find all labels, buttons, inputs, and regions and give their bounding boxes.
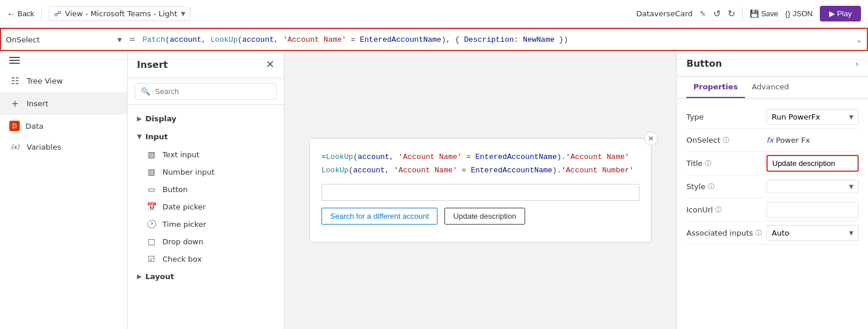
top-bar: ← Back ☍ View - Microsoft Teams - Light … — [0, 0, 868, 28]
section-display-header[interactable]: ▶ Display — [128, 110, 284, 128]
prop-value-title — [766, 155, 859, 172]
close-icon: ✕ — [648, 135, 654, 143]
sidebar-item-tree-view[interactable]: ☷ Tree View — [0, 70, 127, 92]
info-icon[interactable]: ⓘ — [755, 229, 762, 237]
check-box-icon: ☑ — [146, 254, 157, 263]
properties-content: Type Run PowerFx ▼ OnSelect ⓘ fx Power — [677, 99, 868, 252]
play-button[interactable]: ▶ Play — [820, 6, 861, 21]
redo-button[interactable]: ↻ — [728, 8, 735, 19]
prop-value-associated-inputs: Auto ▼ — [766, 225, 859, 241]
right-panel-tabs: Properties Advanced — [677, 77, 868, 99]
top-bar-right: DataverseCard ✎ ↺ ↻ 💾 Save {} JSON ▶ Pla… — [636, 6, 861, 21]
info-icon[interactable]: ⓘ — [705, 159, 711, 168]
json-label: JSON — [793, 9, 813, 18]
formula-bar: OnSelect ▼ = Patch(account, LookUp(accou… — [0, 28, 868, 51]
chevron-right-icon: ▶ — [137, 273, 142, 280]
play-icon: ▶ — [829, 9, 835, 18]
card-input-row — [321, 184, 639, 201]
sidebar-item-variables[interactable]: (x) Variables — [0, 137, 127, 157]
sidebar-item-data[interactable]: D Data — [0, 115, 127, 137]
style-select[interactable]: ▼ — [766, 180, 859, 193]
variables-icon: (x) — [9, 143, 21, 151]
canvas-area: =LookUp(account, 'Account Name' = Entere… — [284, 51, 677, 329]
insert-item-label: Time picker — [162, 220, 206, 229]
insert-item-time-picker[interactable]: 🕐 Time picker — [128, 215, 284, 233]
time-picker-icon: 🕐 — [146, 219, 157, 229]
chevron-down-icon: ▼ — [849, 183, 853, 190]
button-icon: ▭ — [146, 185, 157, 194]
json-button[interactable]: {} JSON — [785, 9, 812, 18]
sidebar-nav: ☷ Tree View + Insert D Data (x) Variable… — [0, 70, 127, 157]
chevron-right-icon: ⌄ — [856, 35, 862, 44]
prop-row-style: Style ⓘ ▼ — [686, 175, 859, 198]
chevron-down-icon: ▼ — [181, 10, 186, 17]
back-button[interactable]: ← Back — [7, 9, 34, 19]
chevron-down-icon: ▼ — [117, 37, 122, 43]
text-input-icon: ▧ — [146, 150, 157, 159]
sidebar-item-label: Tree View — [27, 77, 63, 85]
view-selector[interactable]: ☍ View - Microsoft Teams - Light ▼ — [49, 6, 191, 21]
json-icon: {} — [785, 9, 790, 18]
card-line2: LookUp(account, 'Account Name' = Entered… — [321, 166, 639, 175]
section-display-label: Display — [145, 114, 176, 123]
insert-item-date-picker[interactable]: 📅 Date picker — [128, 198, 284, 215]
insert-search-area: 🔍 — [128, 78, 284, 105]
section-input-header[interactable]: ▼ Input — [128, 128, 284, 146]
info-icon[interactable]: ⓘ — [715, 205, 722, 214]
prop-row-iconurl: IconUrl ⓘ — [686, 198, 859, 222]
insert-title: Insert — [137, 59, 168, 70]
card-line1: =LookUp(account, 'Account Name' = Entere… — [321, 153, 639, 161]
section-layout-header[interactable]: ▶ Layout — [128, 267, 284, 285]
info-icon[interactable]: ⓘ — [708, 182, 714, 191]
update-description-button[interactable]: Update description — [444, 208, 525, 225]
card-frame: =LookUp(account, 'Account Name' = Entere… — [309, 138, 652, 243]
drop-down-icon: □ — [146, 237, 157, 246]
search-icon: 🔍 — [141, 87, 150, 96]
chevron-down-icon: ▼ — [849, 114, 853, 120]
data-icon: D — [9, 121, 20, 131]
undo-button[interactable]: ↺ — [713, 8, 721, 19]
type-select[interactable]: Run PowerFx ▼ — [766, 109, 859, 125]
tab-properties[interactable]: Properties — [686, 77, 745, 98]
insert-item-number-input[interactable]: ▧ Number input — [128, 163, 284, 180]
card-buttons: Search for a different account Update de… — [321, 208, 639, 225]
iconurl-input[interactable] — [766, 202, 859, 218]
main-layout: ☷ Tree View + Insert D Data (x) Variable… — [0, 51, 868, 329]
edit-icon[interactable]: ✎ — [700, 9, 706, 18]
sidebar-item-insert[interactable]: + Insert — [0, 92, 127, 115]
card-text-input[interactable] — [321, 184, 639, 201]
insert-item-label: Text input — [162, 150, 200, 159]
formula-input[interactable]: Patch(account, LookUp(account, 'Account … — [143, 35, 851, 44]
search-different-account-button[interactable]: Search for a different account — [321, 208, 437, 225]
search-input[interactable] — [155, 87, 270, 96]
property-selector[interactable]: OnSelect ▼ — [6, 35, 122, 44]
chevron-right-icon: › — [855, 59, 859, 68]
dataverse-label: DataverseCard — [636, 9, 693, 18]
insert-item-label: Drop down — [162, 237, 203, 246]
prop-label-iconurl: IconUrl ⓘ — [686, 205, 762, 214]
prop-value-onselect: fx Power Fx — [766, 136, 859, 144]
back-icon: ← — [7, 9, 15, 19]
insert-item-text-input[interactable]: ▧ Text input — [128, 146, 284, 163]
prop-value-style: ▼ — [766, 180, 859, 193]
info-icon[interactable]: ⓘ — [723, 136, 729, 144]
associated-inputs-select[interactable]: Auto ▼ — [766, 225, 859, 241]
insert-item-label: Check box — [162, 255, 202, 263]
number-input-icon: ▧ — [146, 167, 157, 176]
prop-row-onselect: OnSelect ⓘ fx Power Fx — [686, 129, 859, 152]
insert-item-button[interactable]: ▭ Button — [128, 180, 284, 198]
chevron-right-icon: ▶ — [137, 115, 142, 122]
close-card-button[interactable]: ✕ — [644, 132, 658, 146]
prop-label-associated-inputs: Associated inputs ⓘ — [686, 229, 762, 237]
save-button[interactable]: 💾 Save — [750, 9, 779, 18]
play-label: Play — [837, 9, 852, 18]
title-input[interactable] — [766, 155, 859, 172]
tab-advanced[interactable]: Advanced — [745, 77, 796, 98]
insert-item-label: Date picker — [162, 203, 206, 211]
insert-item-check-box[interactable]: ☑ Check box — [128, 250, 284, 267]
insert-close-button[interactable]: ✕ — [266, 58, 274, 71]
insert-item-drop-down[interactable]: □ Drop down — [128, 233, 284, 250]
search-box: 🔍 — [135, 83, 277, 100]
hamburger-menu[interactable] — [0, 51, 127, 70]
insert-panel: Insert ✕ 🔍 ▶ Display ▼ Input ▧ Text inpu… — [128, 51, 284, 329]
